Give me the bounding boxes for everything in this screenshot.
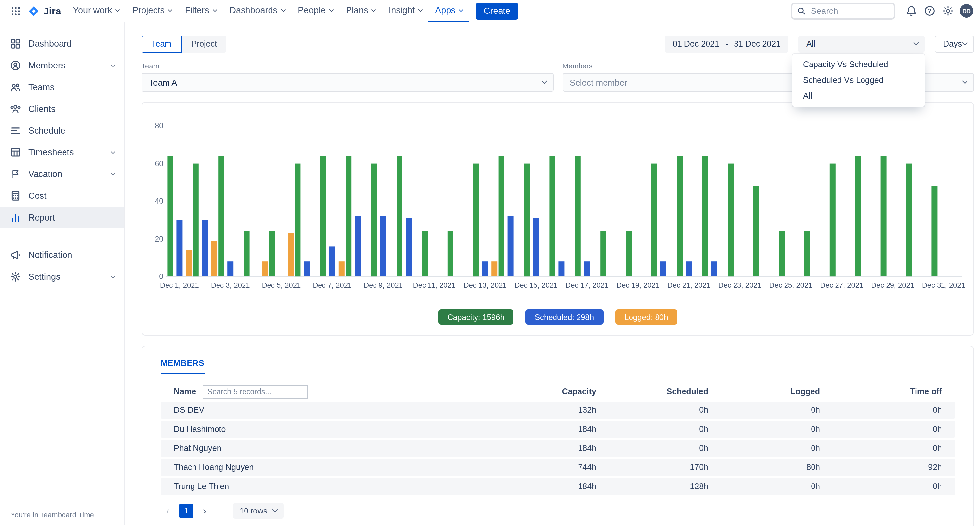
nav-item-people[interactable]: People [291,0,339,22]
previous-page-button[interactable]: ‹ [161,504,175,518]
bar-capacity-day-4 [244,231,250,276]
menu-option-all[interactable]: All [792,88,925,104]
x-axis-tick-label: Dec 21, 2021 [667,281,711,289]
nav-item-projects[interactable]: Projects [126,0,178,22]
sidebar-item-label: Timesheets [28,147,74,157]
menu-option-scheduled-vs-logged[interactable]: Scheduled Vs Logged [792,72,925,88]
cell-logged: 0h [708,425,820,434]
team-view-button[interactable]: Team [142,35,181,53]
x-axis-tick-label: Dec 23, 2021 [718,281,762,289]
nav-item-filters[interactable]: Filters [178,0,223,22]
team-select[interactable]: Team A [142,73,553,91]
nav-item-label: Your work [73,5,112,15]
team-select-value: Team A [149,77,177,87]
nav-item-plans[interactable]: Plans [339,0,382,22]
nav-item-label: Projects [132,5,165,15]
sidebar-item-members[interactable]: Members [0,55,124,77]
team-field: Team Team A [142,62,553,91]
app-window: Jira Your workProjectsFiltersDashboardsP… [0,0,980,526]
nav-item-label: Apps [435,5,455,15]
rows-per-page-select[interactable]: 10 rows [233,503,284,519]
bar-capacity-day-14 [498,156,504,276]
unit-select[interactable]: Days [935,35,974,53]
cell-capacity: 184h [484,482,596,491]
sidebar-item-vacation[interactable]: Vacation [0,163,124,185]
x-axis-tick-label: Dec 15, 2021 [515,281,558,289]
legend-capacity[interactable]: Capacity: 1596h [438,309,513,325]
bar-scheduled-day-8 [355,216,361,276]
menu-option-capacity-vs-scheduled[interactable]: Capacity Vs Scheduled [792,57,925,72]
chevron-down-icon [111,274,115,279]
sidebar-item-settings[interactable]: Settings [0,266,124,288]
search-input[interactable] [810,5,889,16]
help-icon[interactable]: ? [920,2,939,20]
notifications-bell-icon[interactable] [902,2,920,20]
app-switcher-icon[interactable] [6,2,25,20]
cell-logged: 80h [708,463,820,472]
members-panel: MEMBERS Name CapacityScheduledLoggedTime… [142,346,974,526]
chevron-down-icon [168,7,172,12]
cell-time_off: 0h [820,425,942,434]
teams-icon [10,81,21,93]
sidebar-item-schedule[interactable]: Schedule [0,120,124,142]
bar-capacity-day-9 [371,164,377,277]
x-axis-tick-label: Dec 9, 2021 [364,281,403,289]
x-axis-tick-label: Dec 31, 2021 [922,281,965,289]
svg-text:?: ? [928,8,931,14]
bar-capacity-day-26 [804,231,810,276]
x-axis-tick-label: Dec 27, 2021 [820,281,863,289]
project-view-button[interactable]: Project [181,35,227,53]
sidebar-item-clients[interactable]: Clients [0,98,124,120]
table-search-input[interactable] [203,385,308,398]
nav-item-dashboards[interactable]: Dashboards [223,0,291,22]
bar-capacity-day-16 [549,156,555,276]
sidebar-item-timesheets[interactable]: Timesheets [0,142,124,163]
bar-capacity-day-18 [600,231,606,276]
sidebar-item-dashboard[interactable]: Dashboard [0,33,124,55]
user-avatar[interactable]: DD [959,4,974,18]
global-search[interactable] [791,2,895,19]
date-range-picker[interactable]: 01 Dec 2021 - 31 Dec 2021 [665,35,789,53]
nav-item-apps[interactable]: Apps [428,0,469,22]
settings-gear-icon[interactable] [939,2,957,20]
legend-scheduled[interactable]: Scheduled: 298h [525,309,603,325]
bar-logged-day-7 [339,261,345,276]
chevron-down-icon [212,7,217,12]
next-page-button[interactable]: › [197,504,212,518]
chevron-down-icon [111,150,115,154]
sidebar-item-report[interactable]: Report [0,207,124,228]
pagination: ‹ 1 › 10 rows [161,503,955,519]
chevron-down-icon [281,7,285,12]
nav-item-your-work[interactable]: Your work [66,0,126,22]
bar-capacity-day-3 [218,156,224,276]
sidebar-item-notification[interactable]: Notification [0,244,124,266]
bar-capacity-day-22 [702,156,708,276]
vacation-icon [10,169,21,180]
bar-capacity-day-28 [855,156,861,276]
sidebar-item-label: Dashboard [28,39,72,49]
sidebar-item-teams[interactable]: Teams [0,77,124,98]
tab-members[interactable]: MEMBERS [161,359,204,374]
page-number-button[interactable]: 1 [179,504,194,518]
bar-logged-day-4 [262,261,268,276]
nav-item-label: Dashboards [230,5,278,15]
bar-scheduled-day-16 [558,261,564,276]
bar-capacity-day-30 [906,164,912,277]
jira-logo[interactable]: Jira [25,5,66,17]
chevron-down-icon [962,78,968,84]
sidebar-item-cost[interactable]: Cost [0,185,124,207]
cell-logged: 0h [708,405,820,415]
legend-logged[interactable]: Logged: 80h [615,309,677,325]
nav-item-insight[interactable]: Insight [382,0,429,22]
bar-capacity-day-29 [881,156,886,276]
sidebar-item-label: Report [28,213,55,223]
bar-scheduled-day-7 [329,246,335,276]
y-axis-tick-label: 0 [159,272,163,281]
bar-logged-day-5 [288,233,294,276]
metric-select[interactable]: All [799,35,925,53]
create-button[interactable]: Create [476,2,518,19]
cell-capacity: 184h [484,425,596,434]
table-row-du-hashimoto: Du Hashimoto184h0h0h0h [161,421,955,438]
chevron-down-icon [111,171,115,176]
date-range-start: 01 Dec 2021 [673,40,719,49]
